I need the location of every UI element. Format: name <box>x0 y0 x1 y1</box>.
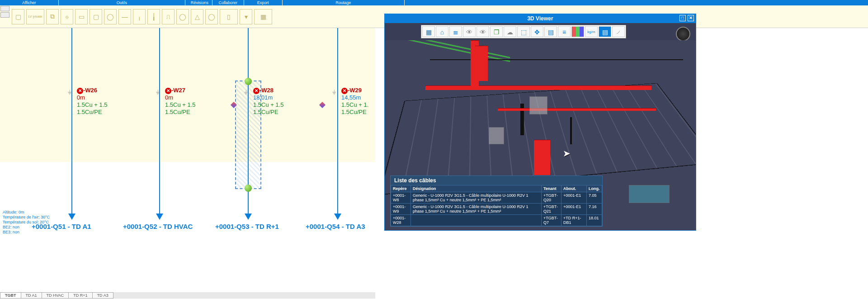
doc-icon[interactable]: ▤ <box>544 26 557 37</box>
tab-tda1[interactable]: TD A1 <box>21 292 42 299</box>
tool-fuse-icon[interactable]: ╽ <box>147 9 160 24</box>
col-tenant[interactable]: Tenant <box>542 185 561 192</box>
cell-long: 18.01 <box>587 215 602 226</box>
cable-length: 14,55m <box>341 94 361 101</box>
close-icon[interactable]: ✕ <box>688 15 694 21</box>
side-button-2[interactable] <box>0 12 9 18</box>
tool-dropdown-icon[interactable]: ▾ <box>240 9 252 24</box>
layers-icon[interactable]: ≣ <box>449 26 462 37</box>
arrow-down-icon <box>68 214 75 220</box>
3d-viewer-panel: 3D Viewer □ ✕ ▦ ⌂ ≣ 👁 👁 ❐ ☁ ⬚ ✥ ▤ ≡ kg/m… <box>384 14 696 231</box>
cell-designation: Generic - U-1000 R2V 3G1.5 - Câble multi… <box>411 204 542 215</box>
ghost-icon[interactable]: ☁ <box>504 26 516 37</box>
cell-designation <box>411 215 542 226</box>
grid-icon[interactable]: ▦ <box>422 26 435 37</box>
circuit-label-q52: +0001-Q52 - TD HVAC <box>123 223 193 230</box>
list-icon[interactable]: ▤ <box>599 26 611 37</box>
feeder-line-1 <box>71 28 72 214</box>
tab-tdhvac[interactable]: TD HVAC <box>42 292 69 299</box>
tool-breaker-icon[interactable]: ⟐ <box>61 9 73 24</box>
cable-length: 18,01m <box>253 94 273 101</box>
cube-icon[interactable]: ❐ <box>490 26 503 37</box>
home-icon[interactable]: ⌂ <box>436 26 448 37</box>
cable-label-w29: ⏚ ✕-W29 14,55m 1.5Cu + 1. 1.5Cu/PE <box>341 87 368 116</box>
tool-busbar-icon[interactable]: ▭ <box>75 9 88 24</box>
error-icon: ✕ <box>165 88 171 94</box>
tool-switch-icon[interactable]: ╷ <box>133 9 146 24</box>
menu-routage[interactable]: Routage <box>283 0 405 5</box>
tool-grid-icon[interactable]: ▦ <box>254 9 272 24</box>
cable-spec1: 1.5Cu + 1.5 <box>77 101 108 108</box>
cell-long: 7.05 <box>587 192 602 204</box>
circuit-label-q53: +0001-Q53 - TD R+1 <box>215 223 279 230</box>
tool-panel-icon[interactable]: ▯ <box>220 9 238 24</box>
tool-socket-icon[interactable]: ◯ <box>205 9 218 24</box>
tool-lv-private[interactable]: LV private <box>26 9 44 24</box>
3d-scene[interactable]: ➤ Liste des câbles Repère Désignation Te… <box>385 40 696 230</box>
col-long[interactable]: Long. <box>587 185 602 192</box>
cell-about: +0001-E1 <box>561 204 587 215</box>
hide-all-icon[interactable]: 👁 <box>476 26 489 37</box>
side-button-1[interactable] <box>0 6 9 11</box>
tab-tgbt[interactable]: TGBT <box>0 292 21 299</box>
tool-line-icon[interactable]: — <box>118 9 131 24</box>
sheet-tabs: TGBT TD A1 TD HVAC TD R+1 TD A3 <box>0 292 375 299</box>
black-post <box>570 117 572 144</box>
cable-list-table: Repère Désignation Tenant About. Long. +… <box>391 185 602 226</box>
move-icon[interactable]: ✥ <box>531 26 543 37</box>
sliders-icon[interactable]: ≡ <box>558 26 571 37</box>
cable-spec2: 1.5Cu/PE <box>341 109 367 115</box>
tool-load-icon[interactable]: ▢ <box>90 9 102 24</box>
col-designation[interactable]: Désignation <box>411 185 542 192</box>
viewer-titlebar[interactable]: 3D Viewer □ ✕ <box>385 14 696 23</box>
cable-name: -W28 <box>259 87 274 94</box>
feeder-line-4 <box>337 28 338 214</box>
menu-revisions[interactable]: Révisions <box>185 0 212 5</box>
viewer-title-text: 3D Viewer <box>527 15 553 22</box>
col-about[interactable]: About. <box>561 185 587 192</box>
red-panel <box>475 46 488 81</box>
cable-length: 0m <box>165 94 173 101</box>
menu-afficher[interactable]: Afficher <box>0 0 59 5</box>
tool-motor-icon[interactable]: ◯ <box>104 9 117 24</box>
cell-designation: Generic - U-1000 R2V 3G1.5 - Câble multi… <box>411 192 542 204</box>
drag-handle-bottom[interactable] <box>245 185 252 192</box>
drag-handle-top[interactable] <box>245 78 252 85</box>
cable-label-w26: ⏚ ✕-W26 0m 1.5Cu + 1.5 1.5Cu/PE <box>77 87 108 116</box>
cable-name: -W29 <box>348 87 362 94</box>
weight-icon[interactable]: kg/m <box>585 26 598 37</box>
compass-icon[interactable] <box>676 27 690 41</box>
table-row[interactable]: +0001-W9 Generic - U-1000 R2V 3G1.5 - Câ… <box>391 204 602 215</box>
red-duct <box>498 108 656 111</box>
cable-spec2: 1.5Cu/PE <box>165 109 190 115</box>
tab-tdr1[interactable]: TD R+1 <box>68 292 92 299</box>
col-repere[interactable]: Repère <box>391 185 411 192</box>
circuit-label-q54: +0001-Q54 - TD A3 <box>306 223 365 230</box>
viewer-toolbar: ▦ ⌂ ≣ 👁 👁 ❐ ☁ ⬚ ✥ ▤ ≡ kg/m ▤ ⟋ <box>421 25 626 38</box>
menu-outils[interactable]: Outils <box>59 0 185 5</box>
cell-repere: +0001-W28 <box>391 215 411 226</box>
tab-tda3[interactable]: TD A3 <box>92 292 113 299</box>
bbox-icon[interactable]: ⬚ <box>517 26 530 37</box>
tool-transformer-icon[interactable]: ⧉ <box>46 9 59 24</box>
color-bars-icon[interactable] <box>571 26 584 37</box>
cable-name: -W26 <box>83 87 97 94</box>
environment-status: Altitude: 0m Température de l'air: 30°C … <box>3 210 50 235</box>
menu-collaborer[interactable]: Collaborer <box>212 0 244 5</box>
side-buttons <box>0 5 10 28</box>
table-row[interactable]: +0001-W8 Generic - U-1000 R2V 3G1.5 - Câ… <box>391 192 602 204</box>
tool-coil-icon[interactable]: ◯ <box>176 9 189 24</box>
cell-tenant: +TGBT-Q7 <box>542 215 561 226</box>
schematic-canvas[interactable]: ⏚ ✕-W26 0m 1.5Cu + 1.5 1.5Cu/PE ⏚ ✕-W27 … <box>0 28 375 299</box>
menu-export[interactable]: Export <box>244 0 283 5</box>
maximize-icon[interactable]: □ <box>679 15 686 21</box>
table-row[interactable]: +0001-W28 +TGBT-Q7 +TD R+1-DB1 18.01 <box>391 215 602 226</box>
hide-icon[interactable]: 👁 <box>463 26 476 37</box>
arrow-down-icon <box>245 214 252 220</box>
tool-arrow-icon[interactable]: ▢ <box>12 9 24 24</box>
tool-contact-icon[interactable]: ⎍ <box>162 9 175 24</box>
measure-icon[interactable]: ⟋ <box>612 26 625 37</box>
tool-lamp-icon[interactable]: △ <box>191 9 203 24</box>
cable-list-title: Liste des câbles <box>391 176 602 185</box>
cell-repere: +0001-W8 <box>391 192 411 204</box>
